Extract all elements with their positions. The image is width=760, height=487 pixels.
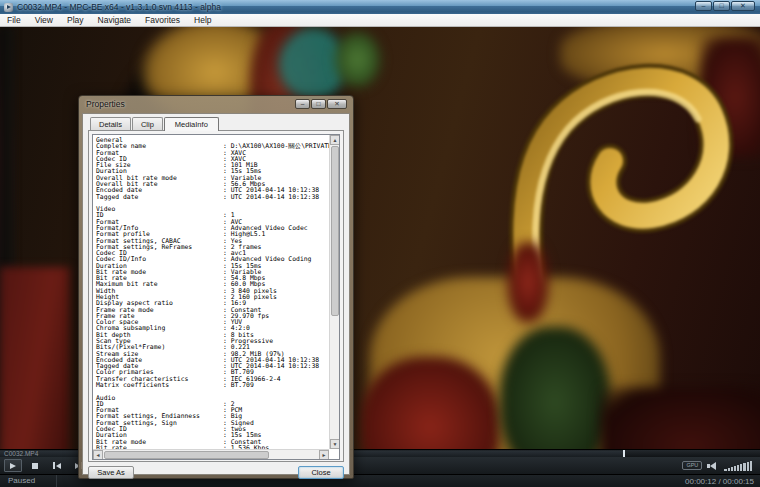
dialog-title-bar[interactable]: Properties – □ ✕ bbox=[79, 96, 353, 112]
app-icon bbox=[4, 3, 13, 12]
window-title: C0032.MP4 - MPC-BE x64 - v1.3.1.0 svn 41… bbox=[17, 2, 221, 12]
volume-bar bbox=[750, 461, 752, 471]
scene-bottomright-maroon bbox=[600, 387, 760, 449]
dialog-minimize-button[interactable]: – bbox=[295, 99, 310, 109]
app-window: C0032.MP4 - MPC-BE x64 - v1.3.1.0 svn 41… bbox=[0, 0, 760, 487]
step-back-button[interactable] bbox=[48, 459, 66, 472]
menu-item-favorites[interactable]: Favorites bbox=[138, 14, 187, 27]
menu-item-help[interactable]: Help bbox=[187, 14, 218, 27]
mediainfo-tab-panel: General Complete name : D:\AX100\AX100-關… bbox=[88, 130, 344, 462]
stop-icon bbox=[32, 463, 38, 469]
play-icon bbox=[10, 463, 16, 469]
volume-bar bbox=[728, 468, 730, 471]
speaker-mute-icon[interactable] bbox=[710, 462, 716, 470]
statue-body-green bbox=[500, 327, 610, 449]
tab-strip: DetailsClipMediaInfo bbox=[88, 117, 344, 130]
scroll-right-icon[interactable]: ► bbox=[319, 450, 329, 460]
volume-bar bbox=[737, 465, 739, 471]
dialog-close-button[interactable]: ✕ bbox=[327, 99, 347, 109]
volume-bar bbox=[724, 469, 726, 472]
menu-item-play[interactable]: Play bbox=[60, 14, 91, 27]
menu-item-file[interactable]: File bbox=[0, 14, 28, 27]
horizontal-scrollbar[interactable]: ◄ ► bbox=[93, 449, 329, 459]
dialog-close-push-button[interactable]: Close bbox=[298, 466, 344, 479]
tab-clip[interactable]: Clip bbox=[132, 117, 163, 130]
volume-bar bbox=[734, 466, 736, 471]
statue-tassel bbox=[508, 242, 548, 322]
dialog-footer: Save As Close bbox=[88, 466, 344, 479]
scroll-left-icon[interactable]: ◄ bbox=[93, 450, 103, 460]
volume-bar bbox=[731, 467, 733, 471]
save-as-button[interactable]: Save As bbox=[88, 466, 134, 479]
playback-status: Paused bbox=[0, 475, 57, 487]
tab-mediainfo[interactable]: MediaInfo bbox=[164, 117, 219, 131]
dialog-body: DetailsClipMediaInfo General Complete na… bbox=[82, 113, 350, 475]
volume-slider[interactable] bbox=[724, 460, 752, 471]
dialog-maximize-button[interactable]: □ bbox=[311, 99, 326, 109]
scroll-down-icon[interactable]: ▼ bbox=[330, 439, 340, 449]
close-button[interactable]: ✕ bbox=[731, 1, 755, 11]
vertical-scroll-thumb[interactable] bbox=[331, 146, 339, 316]
mediainfo-content[interactable]: General Complete name : D:\AX100\AX100-關… bbox=[92, 134, 340, 460]
volume-bar bbox=[747, 462, 749, 471]
step-back-icon bbox=[53, 462, 55, 469]
time-display: 00:00:12 / 00:00:15 bbox=[685, 477, 760, 486]
mediainfo-text: General Complete name : D:\AX100\AX100-關… bbox=[93, 135, 339, 460]
menu-item-view[interactable]: View bbox=[28, 14, 60, 27]
play-button[interactable] bbox=[4, 459, 22, 472]
title-bar[interactable]: C0032.MP4 - MPC-BE x64 - v1.3.1.0 svn 41… bbox=[0, 0, 760, 14]
menu-items: FileViewPlayNavigateFavoritesHelp bbox=[0, 14, 219, 27]
volume-bar bbox=[743, 463, 745, 471]
maximize-button[interactable]: □ bbox=[713, 1, 730, 11]
horizontal-scroll-thumb[interactable] bbox=[104, 451, 269, 459]
minimize-button[interactable]: – bbox=[695, 1, 712, 11]
volume-bar bbox=[740, 464, 742, 471]
dialog-title: Properties bbox=[86, 99, 125, 109]
tab-details[interactable]: Details bbox=[90, 117, 131, 130]
gpu-indicator-badge: GPU bbox=[682, 461, 702, 470]
stop-button[interactable] bbox=[26, 459, 44, 472]
properties-dialog: Properties – □ ✕ DetailsClipMediaInfo Ge… bbox=[78, 95, 354, 479]
vertical-scrollbar[interactable]: ▲ ▼ bbox=[329, 135, 339, 449]
scroll-up-icon[interactable]: ▲ bbox=[330, 135, 340, 145]
menu-bar: FileViewPlayNavigateFavoritesHelp bbox=[0, 14, 760, 27]
menu-item-navigate[interactable]: Navigate bbox=[91, 14, 139, 27]
